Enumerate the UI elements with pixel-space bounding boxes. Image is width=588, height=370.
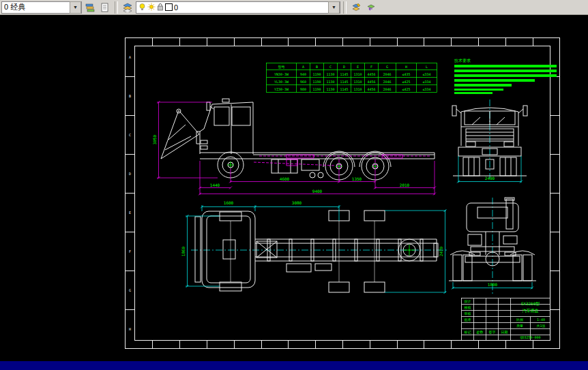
- svg-text:1190: 1190: [312, 87, 321, 91]
- svg-text:YZ30-3W: YZ30-3W: [274, 87, 289, 91]
- sun-icon[interactable]: [147, 3, 156, 12]
- svg-text:D: D: [343, 65, 345, 69]
- svg-text:A: A: [302, 65, 304, 69]
- dim-overall-length: 9400: [312, 189, 323, 194]
- svg-text:940: 940: [300, 72, 306, 76]
- truck-side-view: [161, 99, 435, 180]
- svg-text:H: H: [129, 327, 131, 331]
- svg-text:4456: 4456: [367, 80, 375, 84]
- layer-current-icon: [351, 3, 361, 12]
- svg-text:≤334: ≤334: [422, 80, 430, 84]
- color-swatch[interactable]: [165, 3, 173, 11]
- truck-rear-view: 1800: [449, 198, 536, 294]
- svg-text:1310: 1310: [353, 80, 362, 84]
- svg-text:H: H: [405, 65, 407, 69]
- truck-front-view: 2490: [452, 99, 527, 183]
- svg-text:质量: 质量: [516, 324, 523, 328]
- layer-stack-icon: [123, 3, 132, 12]
- front-view-dimension: 2490: [457, 156, 523, 183]
- status-bar: [0, 361, 588, 370]
- notes-text-lines: [454, 65, 557, 94]
- svg-text:G: G: [386, 65, 388, 69]
- svg-text:2046: 2046: [383, 72, 391, 76]
- dim-rear-track: 1800: [488, 282, 498, 287]
- dim-rear-overhang: 2010: [400, 183, 410, 187]
- svg-text:C: C: [329, 65, 332, 69]
- bulb-icon[interactable]: [138, 3, 146, 12]
- svg-text:≤435: ≤435: [402, 72, 410, 76]
- dim-front-overhang: 1440: [210, 183, 220, 187]
- svg-text:日期: 日期: [501, 330, 508, 335]
- workspace-value: 0 经典: [4, 2, 25, 12]
- layer-previous-icon: [366, 3, 376, 12]
- svg-text:L: L: [426, 65, 428, 69]
- dim-wheelbase: 4600: [280, 176, 290, 181]
- title-block: 设计 校核 审核 批准 标记 处数 签字 日期 SX3250型 汽车底盘 比例 …: [462, 298, 550, 341]
- svg-text:D: D: [129, 172, 131, 176]
- svg-text:≤334: ≤334: [422, 87, 430, 91]
- svg-text:设计: 设计: [464, 299, 471, 303]
- make-layer-current-button[interactable]: [349, 1, 363, 14]
- layers-icon: [85, 3, 95, 12]
- svg-text:比例: 比例: [516, 318, 523, 322]
- layers-button[interactable]: [121, 1, 134, 14]
- svg-text:G: G: [129, 288, 131, 292]
- drawing-title-line2: 汽车底盘: [523, 308, 539, 313]
- svg-text:YL30-3W: YL30-3W: [274, 80, 289, 84]
- svg-text:YN30-3W: YN30-3W: [274, 72, 289, 76]
- svg-text:标记: 标记: [464, 330, 471, 335]
- dim-mid-span: 3080: [292, 200, 302, 205]
- layer-previous-button[interactable]: [364, 1, 378, 14]
- svg-text:960: 960: [300, 80, 306, 84]
- svg-text:批准: 批准: [465, 318, 471, 322]
- layer-states-button[interactable]: [98, 1, 112, 14]
- svg-text:C: C: [129, 133, 131, 137]
- svg-text:1130: 1130: [326, 80, 334, 84]
- svg-text:1145: 1145: [340, 72, 348, 76]
- drawing-canvas[interactable]: A B C D E F G H 型号 A B C D E F G H L YN3…: [0, 15, 588, 361]
- dim-overall-width: 2470: [439, 246, 443, 256]
- layer-properties-button[interactable]: [83, 1, 97, 14]
- svg-text:980: 980: [300, 87, 306, 91]
- svg-text:1145: 1145: [340, 80, 348, 84]
- dim-tandem: 1350: [352, 176, 362, 181]
- svg-text:≤334: ≤334: [422, 72, 430, 76]
- workspace-combo[interactable]: 0 经典 ▼: [1, 1, 82, 14]
- svg-text:≤425: ≤425: [402, 80, 410, 84]
- svg-text:审核: 审核: [465, 311, 471, 315]
- svg-text:1190: 1190: [312, 72, 321, 76]
- drawing-title-line1: SX3250型: [521, 301, 540, 307]
- svg-text:1130: 1130: [326, 87, 334, 91]
- dim-front-width: 2490: [485, 176, 495, 181]
- svg-text:1190: 1190: [312, 80, 321, 84]
- page-icon: [100, 3, 110, 12]
- svg-text:1145: 1145: [340, 87, 348, 91]
- svg-text:A: A: [129, 55, 131, 59]
- layer-combo[interactable]: 0 ▼: [136, 1, 340, 14]
- truck-top-view: [191, 211, 447, 292]
- svg-text:E: E: [357, 65, 359, 69]
- svg-text:1310: 1310: [353, 87, 362, 91]
- svg-text:校核: 校核: [464, 305, 471, 309]
- spec-table: 型号 A B C D E F G H L YN30-3W 940 1190 11…: [267, 63, 437, 93]
- svg-text:E: E: [129, 211, 131, 215]
- toolbar-separator: [343, 1, 347, 14]
- svg-text:F: F: [370, 65, 372, 69]
- svg-text:F: F: [129, 249, 131, 253]
- svg-text:1310: 1310: [353, 72, 362, 76]
- svg-text:1130: 1130: [326, 72, 334, 76]
- dim-cab-height: 3050: [152, 134, 157, 144]
- toolbar-separator: [115, 1, 118, 14]
- svg-text:4456: 4456: [367, 87, 375, 91]
- svg-text:2046: 2046: [383, 80, 391, 84]
- chevron-down-icon[interactable]: ▼: [70, 1, 81, 14]
- chevron-down-icon[interactable]: ▼: [328, 1, 340, 14]
- svg-text:处数: 处数: [477, 330, 484, 335]
- toolbar: 0 经典 ▼ 0 ▼: [0, 0, 588, 15]
- svg-text:型号: 型号: [278, 65, 285, 70]
- tech-notes: 技术要求: [454, 58, 557, 94]
- dim-track: 1860: [181, 246, 186, 256]
- lock-icon[interactable]: [157, 3, 164, 12]
- svg-text:1:40: 1:40: [537, 318, 545, 322]
- layer-value: 0: [174, 3, 178, 12]
